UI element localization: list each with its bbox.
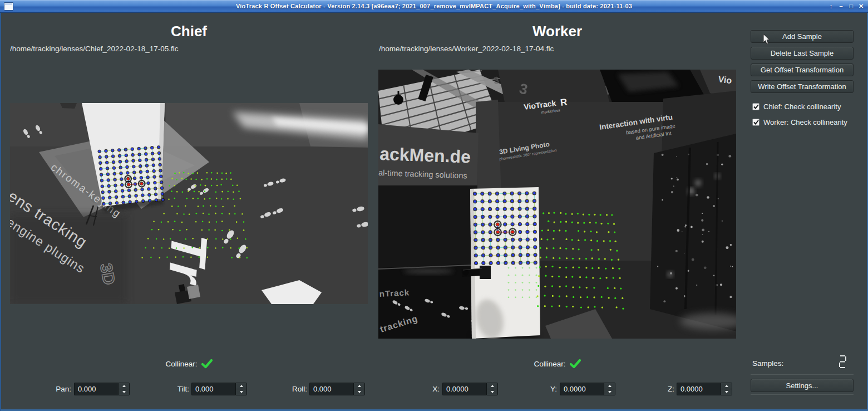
worker-collinear-status: Collinear:: [378, 359, 736, 369]
worker-corner-banner-text: Vio: [718, 74, 733, 85]
samples-label: Samples:: [752, 359, 783, 368]
chevron-down-icon: [358, 391, 361, 393]
chevron-down-icon: [725, 391, 728, 393]
settings-button[interactable]: Settings...: [751, 379, 854, 392]
y-value[interactable]: 0.0000: [560, 383, 604, 395]
tilt-spinbox[interactable]: 0.000: [191, 383, 247, 395]
separator: [751, 394, 854, 395]
z-label: Z:: [650, 385, 674, 393]
y-decrement-button[interactable]: [604, 389, 615, 395]
tilt-value[interactable]: 0.000: [191, 383, 235, 395]
maximize-button[interactable]: □: [847, 2, 855, 11]
tilt-increment-button[interactable]: [236, 383, 246, 389]
checkbox-worker-collinearity[interactable]: Worker: Check collinearity: [752, 118, 847, 126]
roll-increment-button[interactable]: [354, 383, 364, 389]
chevron-down-icon: [491, 391, 494, 393]
chevron-up-icon: [491, 385, 494, 387]
chief-panel-title: Chief: [10, 23, 368, 40]
write-offset-transformation-button[interactable]: Write Offset Transformation: [751, 80, 854, 93]
chevron-up-icon: [358, 385, 361, 387]
chevron-down-icon: [122, 391, 126, 393]
collinear-ok-icon: [570, 359, 581, 369]
x-decrement-button[interactable]: [487, 389, 497, 395]
chevron-up-icon: [725, 385, 728, 387]
chevron-up-icon: [122, 385, 126, 387]
worker-panel-title: Worker: [378, 23, 736, 40]
checkbox-chief-collinearity[interactable]: Chief: Check collinearity: [752, 102, 841, 111]
minimize-button[interactable]: –: [837, 2, 845, 11]
checkmark-icon: [753, 120, 759, 125]
worker-floor-text-1: nTrack: [379, 287, 410, 299]
mouse-cursor: [763, 33, 771, 45]
x-spinbox[interactable]: 0.0000: [442, 383, 498, 395]
x-increment-button[interactable]: [487, 383, 497, 389]
chevron-down-icon: [240, 391, 243, 393]
roll-decrement-button[interactable]: [354, 389, 364, 395]
shade-button[interactable]: ↑: [827, 2, 835, 11]
chevron-up-icon: [240, 385, 243, 387]
roll-value[interactable]: 0.000: [309, 383, 353, 395]
chief-collinear-status: Collinear:: [10, 359, 368, 369]
y-label: Y:: [532, 385, 557, 393]
chief-floor-text-3d: 3D: [97, 262, 119, 286]
tilt-decrement-button[interactable]: [236, 389, 246, 395]
collinear-label: Collinear:: [534, 360, 565, 368]
collinear-ok-icon: [201, 359, 213, 369]
delete-last-sample-button[interactable]: Delete Last Sample: [751, 47, 854, 60]
pan-spinbox[interactable]: 0.000: [74, 383, 130, 395]
worker-file-path: /home/tracking/lenses/Worker_2022-02-18_…: [379, 45, 554, 53]
y-spinbox[interactable]: 0.0000: [560, 383, 615, 395]
window-title: VioTrack R Offset Calculator - Version 2…: [0, 3, 868, 9]
app-window: VioTrack R Offset Calculator - Version 2…: [0, 0, 868, 411]
checkbox-box[interactable]: [752, 119, 760, 126]
roll-spinbox[interactable]: 0.000: [309, 383, 365, 395]
tilt-label: Tilt:: [165, 385, 189, 393]
worker-camera-view[interactable]: 33VioVioTrackRmarkerless3D Living Photop…: [378, 70, 736, 339]
worker-banner-main: ackMen.de: [379, 144, 471, 167]
z-value[interactable]: 0.0000: [677, 383, 721, 395]
x-value[interactable]: 0.0000: [442, 383, 486, 395]
collinear-label: Collinear:: [165, 360, 197, 368]
window-icon: [4, 2, 13, 11]
titlebar[interactable]: VioTrack R Offset Calculator - Version 2…: [0, 0, 868, 13]
chevron-down-icon: [608, 391, 611, 393]
y-increment-button[interactable]: [604, 383, 615, 389]
z-decrement-button[interactable]: [721, 389, 732, 395]
pan-label: Pan:: [47, 385, 71, 393]
chevron-up-icon: [608, 385, 611, 387]
chief-file-path: /home/tracking/lenses/Chief_2022-02-18_1…: [10, 45, 178, 53]
z-spinbox[interactable]: 0.0000: [677, 383, 732, 395]
z-increment-button[interactable]: [721, 383, 732, 389]
pan-value[interactable]: 0.000: [74, 383, 118, 395]
pan-increment-button[interactable]: [119, 383, 129, 389]
window-controls: ↑ – □ ✕: [827, 0, 865, 12]
get-offset-transformation-button[interactable]: Get Offset Transformation: [751, 63, 854, 76]
samples-lcd-value: [838, 355, 850, 370]
pan-decrement-button[interactable]: [119, 389, 129, 395]
roll-label: Roll:: [283, 385, 307, 393]
checkbox-box[interactable]: [752, 103, 760, 110]
checkbox-label: Chief: Check collinearity: [763, 102, 841, 111]
worker-wall-logo-mark: R: [560, 97, 568, 108]
checkbox-label: Worker: Check collinearity: [763, 118, 847, 126]
x-label: X:: [415, 385, 440, 393]
close-button[interactable]: ✕: [857, 2, 865, 11]
separator: [751, 374, 854, 375]
chief-camera-view[interactable]: chroma-keyingens trackingengine plugins3…: [10, 103, 368, 304]
checkmark-icon: [753, 104, 759, 109]
